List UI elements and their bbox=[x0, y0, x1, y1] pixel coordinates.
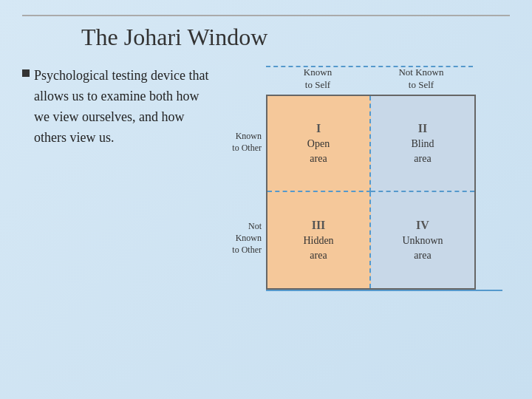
slide-container: The Johari Window Psychological testing … bbox=[0, 0, 532, 399]
row-label-known-text: Knownto Other bbox=[222, 131, 262, 154]
row-label-known: Knownto Other bbox=[222, 95, 266, 191]
column-headers: Knownto Self Not Knownto Self bbox=[266, 66, 502, 92]
bullet-item: Psychological testing device that allows… bbox=[22, 66, 214, 149]
grid-row-bottom: III Hiddenarea IV Unknownarea bbox=[267, 192, 474, 288]
cell-IV-label: Unknownarea bbox=[402, 233, 443, 262]
cell-I-number: I bbox=[316, 120, 321, 137]
cell-II-number: II bbox=[418, 120, 427, 137]
left-text-block: Psychological testing device that allows… bbox=[22, 66, 214, 149]
cell-III-number: III bbox=[312, 217, 326, 233]
cell-IV-number: IV bbox=[416, 217, 429, 233]
side-labels: Knownto Other NotKnownto Other bbox=[222, 95, 266, 290]
col-header-known: Knownto Self bbox=[266, 66, 369, 92]
top-divider bbox=[22, 15, 510, 16]
cell-blind: II Blindarea bbox=[371, 96, 474, 192]
cell-II-label: Blindarea bbox=[411, 137, 434, 166]
cell-hidden: III Hiddenarea bbox=[267, 192, 371, 288]
cell-unknown: IV Unknownarea bbox=[371, 192, 474, 288]
col-header-known-text: Knownto Self bbox=[304, 66, 332, 90]
slide-title: The Johari Window bbox=[22, 24, 510, 51]
content-area: Psychological testing device that allows… bbox=[22, 66, 510, 291]
cell-III-label: Hiddenarea bbox=[303, 233, 333, 262]
col-header-not-known-text: Not Knownto Self bbox=[398, 66, 443, 90]
bottom-blue-line bbox=[266, 290, 502, 291]
cell-open: I Openarea bbox=[267, 96, 371, 192]
cell-I-label: Openarea bbox=[307, 137, 330, 166]
grid-row-top: I Openarea II Blindarea bbox=[267, 96, 474, 192]
johari-diagram: Knownto Self Not Knownto Self Knownto Ot… bbox=[222, 66, 502, 291]
johari-body: Knownto Other NotKnownto Other I Openare… bbox=[222, 95, 502, 290]
row-label-not-known-text: NotKnownto Other bbox=[222, 221, 262, 256]
bullet-text: Psychological testing device that allows… bbox=[34, 66, 214, 149]
johari-grid: I Openarea II Blindarea III Hiddenarea bbox=[266, 95, 476, 290]
col-header-not-known: Not Knownto Self bbox=[369, 66, 473, 92]
row-label-not-known: NotKnownto Other bbox=[222, 191, 266, 287]
bullet-square-icon bbox=[22, 69, 30, 77]
